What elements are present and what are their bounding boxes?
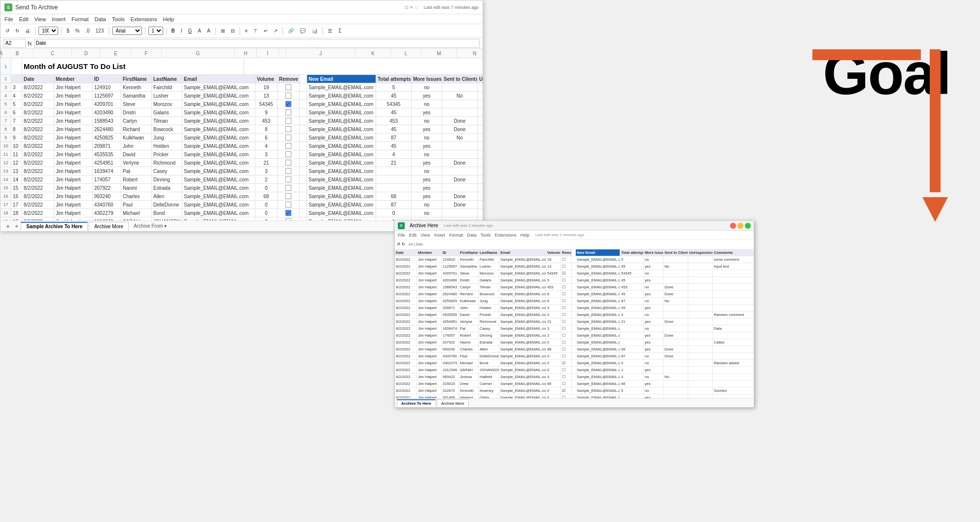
archive-cell-newemail[interactable]: Sample_EMAIL@EMAIL.com [576,312,620,318]
archive-cell-newemail[interactable]: Sample_EMAIL@EMAIL.com [576,305,620,311]
archive-cell-remove[interactable]: ☐ [561,381,572,387]
cell-unresponsive[interactable] [478,92,483,100]
cell-lastname[interactable]: Estrada [152,184,182,192]
archive-cell-comments[interactable]: Data [713,325,754,332]
archive-cell-date[interactable]: 8/2/2022 [395,256,417,263]
merge-button[interactable]: ⊟ [229,27,237,35]
archive-cell-remove[interactable]: ☐ [561,367,572,373]
archive-cell-volume[interactable]: 8 [546,291,561,297]
cell-lastname[interactable]: Allen [152,192,182,200]
cell-firstname[interactable]: Paul [121,201,152,209]
cell-remove[interactable] [278,108,300,116]
archive-cell-member[interactable]: Jim Halpert [417,387,442,394]
cell-date[interactable]: 8/2/2022 [22,159,54,167]
archive-cell-ln[interactable]: Allen [479,346,499,352]
cell-sent-clients[interactable]: Done [442,201,478,209]
archive-cell-total[interactable] [620,339,644,346]
archive-cell-sent[interactable] [664,360,688,366]
cell-email[interactable]: Sample_EMAIL@EMAIL.com [182,125,255,133]
cell-more-issues[interactable]: yes [412,192,442,200]
cell-more-issues[interactable]: yes [412,92,442,100]
archive-cell-unresponsive[interactable] [688,291,713,297]
archive-max-btn[interactable] [745,223,751,229]
archive-cell-unresponsive[interactable] [688,256,713,263]
cell-member[interactable]: Jim Halpert [54,92,93,100]
cell-unresponsive[interactable] [478,134,483,141]
bold-button[interactable]: B [170,27,177,35]
archive-cell-ln[interactable]: Galaris [479,277,499,283]
archive-cell-ln[interactable]: Kearney [479,387,499,394]
archive-cell-date[interactable]: 8/2/2022 [395,305,417,311]
archive-cell-unresponsive[interactable] [688,318,713,325]
archive-cell-date[interactable]: 8/2/2022 [395,374,417,380]
archive-cell-unresponsive[interactable] [688,312,713,318]
archive-cell-volume[interactable]: 0 [546,353,561,359]
cell-lastname[interactable]: Bond [152,209,182,217]
archive-cell-remove[interactable]: ☐ [561,256,572,263]
archive-cell-remove[interactable]: ☐ [561,353,572,359]
archive-cell-remove[interactable]: ☐ [561,318,572,325]
cell-member[interactable]: Jim Halpert [54,150,93,158]
cell-member[interactable]: Jim Halpert [54,142,93,150]
menu-insert[interactable]: Insert [52,16,66,22]
archive-cell-fn[interactable]: Michael [459,360,479,366]
archive-cell-date[interactable]: 8/2/2022 [395,263,417,270]
cell-more-issues[interactable]: no [412,83,442,91]
archive-menu-edit[interactable]: Edit [409,233,417,238]
archive-cell-unresponsive[interactable] [688,270,713,277]
cell-firstname[interactable]: Verlyne [121,159,152,167]
archive-menu-view[interactable]: View [420,233,430,238]
cell-volume[interactable]: 13 [255,92,278,100]
archive-cell-date[interactable]: 8/2/2022 [395,387,417,394]
archive-cell-comments[interactable] [713,298,754,304]
archive-cell-member[interactable]: Jim Halpert [417,305,442,311]
cell-new-email[interactable]: Sample_EMAIL@EMAIL.com [307,150,376,158]
archive-menu-extensions[interactable]: Extensions [494,233,516,238]
archive-cell-comments[interactable]: Goories [713,387,754,394]
cell-firstname[interactable]: Robert [121,175,152,183]
checkbox-1[interactable] [285,93,291,99]
archive-cell-fn[interactable]: Pat [459,325,479,332]
archive-cell-volume[interactable]: 0 [546,387,561,394]
cell-member[interactable]: Jim Halpert [54,125,93,133]
archive-cell-sent[interactable] [664,367,688,373]
cell-remove[interactable] [278,201,300,209]
cell-total[interactable] [376,184,412,192]
cell-lastname[interactable]: Galaris [152,108,182,116]
checkbox-13[interactable] [285,193,291,199]
archive-cell-comments[interactable]: Called [713,339,754,346]
archive-cell-moreissues[interactable]: yes [644,305,664,311]
cell-remove[interactable] [278,83,300,91]
archive-menu-help[interactable]: Help [520,233,529,238]
cell-firstname[interactable]: John [121,142,152,150]
archive-cell-id[interactable]: 4340760 [442,353,459,359]
archive-close-btn[interactable] [730,223,736,229]
cell-firstname[interactable]: Richard [121,125,152,133]
archive-cell-fn[interactable]: David [459,312,479,318]
cell-id[interactable]: 4209701 [93,100,121,108]
archive-cell-comments[interactable] [713,353,754,359]
link-button[interactable]: 🔗 [286,27,296,35]
archive-cell-total[interactable]: 5 [620,387,644,394]
cell-date[interactable]: 8/2/2022 [22,201,54,209]
archive-cell-newemail[interactable]: Sample_EMAIL@EMAIL.com [576,284,620,290]
cell-remove[interactable] [278,142,300,150]
cell-total[interactable] [376,167,412,175]
cell-email[interactable]: Sample_EMAIL@EMAIL.com [182,192,255,200]
archive-cell-ln[interactable]: Holden [479,305,499,311]
cell-volume[interactable]: 3 [255,150,278,158]
cell-sent-clients[interactable] [442,100,478,108]
archive-cell-newemail[interactable]: Sample_EMAIL@EMAIL.com [576,277,620,283]
archive-cell-member[interactable]: Jim Halpert [417,325,442,332]
cell-firstname[interactable]: Dmitri [121,108,152,116]
cell-unresponsive[interactable] [478,175,483,183]
archive-cell-sent[interactable]: No [664,374,688,380]
archive-cell-moreissues[interactable]: no [644,256,664,263]
filter-button[interactable]: ☰ [326,27,334,35]
cell-total[interactable] [376,175,412,183]
cell-volume[interactable]: 8 [255,125,278,133]
archive-cell-ln[interactable]: Pricker [479,312,499,318]
archive-cell-email[interactable]: Sample_EMAIL@EMAIL.com [499,318,546,325]
archive-cell-date[interactable]: 8/2/2022 [395,291,417,297]
archive-cell-volume[interactable]: 66 [546,381,561,387]
